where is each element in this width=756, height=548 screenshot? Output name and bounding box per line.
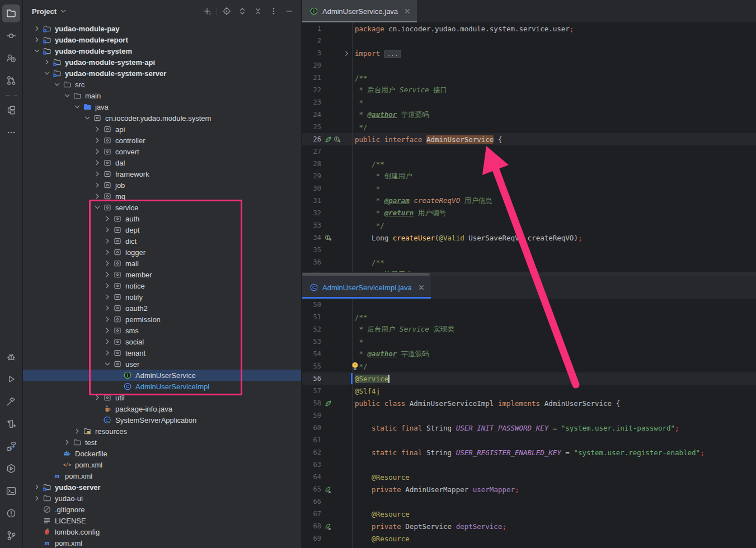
chevron-right-icon[interactable] bbox=[92, 125, 102, 134]
code-line-53[interactable]: 53 * bbox=[302, 336, 756, 348]
commit-icon[interactable] bbox=[2, 27, 20, 45]
code-line-55[interactable]: 55 */ bbox=[302, 360, 756, 372]
tree-item-permission[interactable]: permission bbox=[23, 314, 301, 325]
tree-item-sms[interactable]: sms bbox=[23, 325, 301, 336]
chevron-right-icon[interactable] bbox=[92, 192, 102, 201]
chevron-right-icon[interactable] bbox=[92, 158, 102, 167]
code-line-57[interactable]: 57@Slf4j bbox=[302, 385, 756, 397]
chevron-right-icon[interactable] bbox=[92, 393, 102, 402]
code-line-26[interactable]: 26public interface AdminUserService { bbox=[302, 133, 756, 145]
chevron-down-icon[interactable] bbox=[42, 69, 52, 78]
add-icon[interactable] bbox=[201, 5, 213, 17]
tree-item-lombok-config[interactable]: lombok.config bbox=[23, 526, 301, 537]
run-anything-icon[interactable] bbox=[2, 460, 20, 478]
tree-item-job[interactable]: job bbox=[23, 179, 301, 191]
chevron-right-icon[interactable] bbox=[42, 58, 52, 67]
tree-item-logger[interactable]: logger bbox=[23, 247, 301, 258]
project-view-selector[interactable]: Project bbox=[32, 7, 57, 16]
tree-item-test[interactable]: test bbox=[23, 437, 301, 448]
code-line-24[interactable]: 24 * @author 芋道源码 bbox=[302, 108, 756, 121]
collapse-all-icon[interactable] bbox=[252, 5, 264, 17]
tree-item-yudao-module-system-api[interactable]: yudao-module-system-api bbox=[23, 56, 301, 68]
tree-item-notify[interactable]: notify bbox=[23, 291, 301, 303]
chevron-right-icon[interactable] bbox=[102, 337, 112, 346]
code-line-21[interactable]: 21/** bbox=[302, 72, 756, 84]
tree-item-convert[interactable]: convert bbox=[23, 146, 301, 157]
code-line-30[interactable]: 30 * bbox=[302, 182, 756, 195]
pull-requests-icon[interactable] bbox=[2, 72, 20, 89]
chevron-down-icon[interactable] bbox=[52, 80, 62, 89]
code-line-29[interactable]: 29 * 创建用户 bbox=[302, 170, 756, 182]
chevron-down-icon[interactable] bbox=[32, 46, 42, 55]
code-line-54[interactable]: 54 * @author 芋道源码 bbox=[302, 348, 756, 360]
version-control-icon[interactable] bbox=[2, 527, 20, 545]
code-editor-top[interactable]: 1package cn.iocoder.yudao.module.system.… bbox=[302, 22, 756, 272]
code-line-20[interactable]: 20 bbox=[302, 59, 756, 72]
tree-item-java[interactable]: java bbox=[23, 101, 301, 112]
tree-item-tenant[interactable]: tenant bbox=[23, 347, 301, 358]
project-folder-icon[interactable] bbox=[2, 4, 20, 22]
tree-item-social[interactable]: social bbox=[23, 336, 301, 347]
code-line-60[interactable]: 60 static final String USER_INIT_PASSWOR… bbox=[302, 422, 756, 434]
tree-item-cn-iocoder-yudao-module-system[interactable]: cn.iocoder.yudao.module.system bbox=[23, 112, 301, 124]
code-line-37[interactable]: 37 * 注册用户 bbox=[302, 268, 756, 272]
code-line-28[interactable]: 28 /** bbox=[302, 158, 756, 170]
intention-bulb-icon[interactable] bbox=[350, 361, 360, 371]
code-line-1[interactable]: 1package cn.iocoder.yudao.module.system.… bbox=[302, 22, 756, 35]
services-icon[interactable] bbox=[2, 437, 20, 455]
chevron-right-icon[interactable] bbox=[102, 259, 112, 268]
debug-icon[interactable] bbox=[2, 348, 20, 366]
bean-gutter-icon[interactable] bbox=[325, 400, 332, 407]
horizontal-scrollbar[interactable] bbox=[302, 272, 756, 276]
tab-adminuserservice[interactable]: I AdminUserService.java bbox=[302, 0, 417, 22]
tree-item-controller[interactable]: controller bbox=[23, 135, 301, 146]
chevron-right-icon[interactable] bbox=[72, 427, 82, 436]
problems-icon[interactable] bbox=[2, 504, 20, 522]
code-line-36[interactable]: 36 /** bbox=[302, 256, 756, 268]
chevron-right-icon[interactable] bbox=[102, 281, 112, 290]
chevron-right-icon[interactable] bbox=[32, 24, 42, 33]
bean-wiring-gutter-icon[interactable] bbox=[325, 486, 332, 493]
tree-item-pom-xml[interactable]: mpom.xml bbox=[23, 470, 301, 481]
implementations-gutter-icon[interactable] bbox=[334, 136, 341, 143]
more-icon[interactable] bbox=[2, 124, 20, 141]
close-icon[interactable] bbox=[417, 284, 425, 291]
code-line-58[interactable]: 58public class AdminUserServiceImpl impl… bbox=[302, 397, 756, 409]
chevron-right-icon[interactable] bbox=[92, 147, 102, 156]
chevron-down-icon[interactable] bbox=[82, 114, 92, 122]
chevron-down-icon[interactable] bbox=[72, 102, 82, 111]
chevron-right-icon[interactable] bbox=[102, 304, 112, 313]
tree-item-oauth2[interactable]: oauth2 bbox=[23, 303, 301, 314]
code-line-59[interactable]: 59 bbox=[302, 409, 756, 422]
expand-all-icon[interactable] bbox=[236, 5, 248, 17]
tree-item-auth[interactable]: auth bbox=[23, 213, 301, 224]
code-line-65[interactable]: 65 private AdminUserMapper userMapper; bbox=[302, 483, 756, 495]
build-icon[interactable] bbox=[2, 393, 20, 410]
code-line-27[interactable]: 27 bbox=[302, 145, 756, 158]
code-line-68[interactable]: 68 private DeptService deptService; bbox=[302, 520, 756, 532]
tree-item-api[interactable]: api bbox=[23, 124, 301, 135]
tree-item-systemserverapplication[interactable]: CSystemServerApplication bbox=[23, 414, 301, 426]
code-line-69[interactable]: 69 @Resource bbox=[302, 532, 756, 545]
tree-item-main[interactable]: main bbox=[23, 90, 301, 101]
tree-item-dockerfile[interactable]: Dockerfile bbox=[23, 448, 301, 459]
locate-icon[interactable] bbox=[220, 5, 233, 17]
code-line-2[interactable]: 2 bbox=[302, 35, 756, 47]
close-icon[interactable] bbox=[403, 7, 411, 15]
chevron-right-icon[interactable] bbox=[102, 348, 112, 357]
tree-item-framework[interactable]: framework bbox=[23, 168, 301, 179]
tree-item-pom-xml[interactable]: </>pom.xml bbox=[23, 459, 301, 470]
tree-item-user[interactable]: user bbox=[23, 358, 301, 370]
code-line-22[interactable]: 22 * 后台用户 Service 接口 bbox=[302, 84, 756, 96]
implementations-gutter-icon[interactable] bbox=[325, 234, 332, 242]
code-line-61[interactable]: 61 bbox=[302, 434, 756, 446]
tree-item-package-info-java[interactable]: package-info.java bbox=[23, 403, 301, 414]
chevron-down-icon[interactable] bbox=[102, 360, 112, 369]
tree-item-dept[interactable]: dept bbox=[23, 224, 301, 235]
tree-item--gitignore[interactable]: .gitignore bbox=[23, 504, 301, 515]
chevron-right-icon[interactable] bbox=[62, 438, 72, 447]
users-help-icon[interactable]: ? bbox=[2, 49, 20, 67]
tree-item-adminuserservice[interactable]: IAdminUserService bbox=[23, 370, 301, 381]
chevron-right-icon[interactable] bbox=[92, 181, 102, 190]
chevron-right-icon[interactable] bbox=[102, 270, 112, 279]
